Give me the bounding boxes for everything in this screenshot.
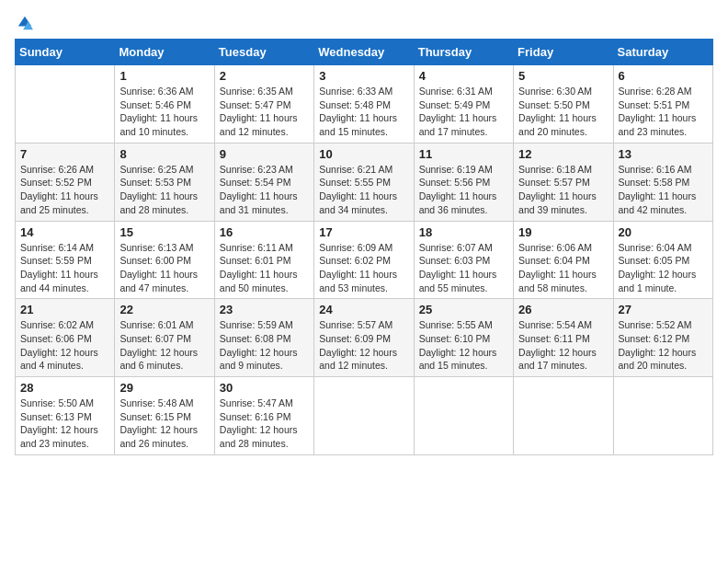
calendar-cell: 25Sunrise: 5:55 AM Sunset: 6:10 PM Dayli… <box>414 299 513 377</box>
calendar-cell: 3Sunrise: 6:33 AM Sunset: 5:48 PM Daylig… <box>314 65 414 144</box>
calendar-cell <box>514 377 613 455</box>
calendar-cell: 26Sunrise: 5:54 AM Sunset: 6:11 PM Dayli… <box>514 299 613 377</box>
calendar-header-wednesday: Wednesday <box>314 40 414 65</box>
day-number: 16 <box>220 225 309 239</box>
calendar-cell: 12Sunrise: 6:18 AM Sunset: 5:57 PM Dayli… <box>514 143 613 221</box>
calendar-cell: 16Sunrise: 6:11 AM Sunset: 6:01 PM Dayli… <box>214 221 313 299</box>
calendar-week-row: 21Sunrise: 6:02 AM Sunset: 6:06 PM Dayli… <box>16 299 713 377</box>
calendar-cell: 14Sunrise: 6:14 AM Sunset: 5:59 PM Dayli… <box>16 221 115 299</box>
day-info: Sunrise: 6:13 AM Sunset: 6:00 PM Dayligh… <box>119 241 209 295</box>
calendar-cell <box>314 377 414 455</box>
calendar-cell: 18Sunrise: 6:07 AM Sunset: 6:03 PM Dayli… <box>414 221 513 299</box>
day-number: 6 <box>619 69 708 83</box>
day-number: 27 <box>619 303 708 316</box>
day-number: 21 <box>20 303 109 316</box>
calendar-cell: 11Sunrise: 6:19 AM Sunset: 5:56 PM Dayli… <box>414 143 513 221</box>
day-info: Sunrise: 6:02 AM Sunset: 6:06 PM Dayligh… <box>20 318 109 373</box>
day-info: Sunrise: 5:47 AM Sunset: 6:16 PM Dayligh… <box>220 396 309 451</box>
day-number: 7 <box>20 147 109 161</box>
day-info: Sunrise: 5:52 AM Sunset: 6:12 PM Dayligh… <box>619 318 708 373</box>
calendar-cell: 13Sunrise: 6:16 AM Sunset: 5:58 PM Dayli… <box>613 143 712 221</box>
day-info: Sunrise: 6:25 AM Sunset: 5:53 PM Dayligh… <box>119 163 209 217</box>
day-info: Sunrise: 6:18 AM Sunset: 5:57 PM Dayligh… <box>518 163 608 217</box>
day-number: 25 <box>419 303 508 316</box>
day-info: Sunrise: 6:33 AM Sunset: 5:48 PM Dayligh… <box>319 85 408 139</box>
day-number: 26 <box>518 303 608 316</box>
calendar-cell: 9Sunrise: 6:23 AM Sunset: 5:54 PM Daylig… <box>214 143 313 221</box>
calendar-cell: 24Sunrise: 5:57 AM Sunset: 6:09 PM Dayli… <box>314 299 414 377</box>
day-info: Sunrise: 6:19 AM Sunset: 5:56 PM Dayligh… <box>419 163 508 217</box>
day-number: 1 <box>119 69 209 83</box>
day-number: 10 <box>319 147 408 161</box>
day-number: 22 <box>119 303 209 316</box>
calendar-cell: 27Sunrise: 5:52 AM Sunset: 6:12 PM Dayli… <box>613 299 712 377</box>
day-info: Sunrise: 5:54 AM Sunset: 6:11 PM Dayligh… <box>518 318 608 373</box>
day-info: Sunrise: 6:35 AM Sunset: 5:47 PM Dayligh… <box>220 85 309 139</box>
calendar-header-friday: Friday <box>514 40 613 65</box>
day-number: 17 <box>319 225 408 239</box>
day-info: Sunrise: 6:11 AM Sunset: 6:01 PM Dayligh… <box>220 241 309 295</box>
calendar-cell <box>16 65 115 144</box>
day-info: Sunrise: 6:23 AM Sunset: 5:54 PM Dayligh… <box>220 163 309 217</box>
calendar-header-monday: Monday <box>115 40 214 65</box>
day-info: Sunrise: 6:07 AM Sunset: 6:03 PM Dayligh… <box>419 241 508 295</box>
calendar-header-saturday: Saturday <box>613 40 712 65</box>
calendar-cell: 5Sunrise: 6:30 AM Sunset: 5:50 PM Daylig… <box>514 65 613 144</box>
day-info: Sunrise: 5:48 AM Sunset: 6:15 PM Dayligh… <box>119 396 209 451</box>
calendar-cell: 4Sunrise: 6:31 AM Sunset: 5:49 PM Daylig… <box>414 65 513 144</box>
calendar-week-row: 7Sunrise: 6:26 AM Sunset: 5:52 PM Daylig… <box>16 143 713 221</box>
day-number: 2 <box>220 69 309 83</box>
calendar-cell: 15Sunrise: 6:13 AM Sunset: 6:00 PM Dayli… <box>115 221 214 299</box>
day-number: 28 <box>20 381 109 395</box>
calendar-week-row: 14Sunrise: 6:14 AM Sunset: 5:59 PM Dayli… <box>16 221 713 299</box>
day-number: 5 <box>518 69 608 83</box>
page-header <box>15 15 713 31</box>
calendar-cell: 10Sunrise: 6:21 AM Sunset: 5:55 PM Dayli… <box>314 143 414 221</box>
calendar-week-row: 1Sunrise: 6:36 AM Sunset: 5:46 PM Daylig… <box>16 65 713 144</box>
logo <box>15 15 35 31</box>
calendar-cell: 20Sunrise: 6:04 AM Sunset: 6:05 PM Dayli… <box>613 221 712 299</box>
day-number: 24 <box>319 303 408 316</box>
day-info: Sunrise: 6:21 AM Sunset: 5:55 PM Dayligh… <box>319 163 408 217</box>
day-info: Sunrise: 5:57 AM Sunset: 6:09 PM Dayligh… <box>319 318 408 373</box>
day-info: Sunrise: 5:55 AM Sunset: 6:10 PM Dayligh… <box>419 318 508 373</box>
calendar-cell: 8Sunrise: 6:25 AM Sunset: 5:53 PM Daylig… <box>115 143 214 221</box>
day-info: Sunrise: 6:06 AM Sunset: 6:04 PM Dayligh… <box>518 241 608 295</box>
day-number: 3 <box>319 69 408 83</box>
calendar-table: SundayMondayTuesdayWednesdayThursdayFrid… <box>15 39 713 455</box>
day-number: 20 <box>619 225 708 239</box>
calendar-cell: 2Sunrise: 6:35 AM Sunset: 5:47 PM Daylig… <box>214 65 313 144</box>
day-info: Sunrise: 6:14 AM Sunset: 5:59 PM Dayligh… <box>20 241 109 295</box>
day-info: Sunrise: 6:26 AM Sunset: 5:52 PM Dayligh… <box>20 163 109 217</box>
calendar-cell: 1Sunrise: 6:36 AM Sunset: 5:46 PM Daylig… <box>115 65 214 144</box>
calendar-cell: 6Sunrise: 6:28 AM Sunset: 5:51 PM Daylig… <box>613 65 712 144</box>
day-number: 9 <box>220 147 309 161</box>
day-info: Sunrise: 6:09 AM Sunset: 6:02 PM Dayligh… <box>319 241 408 295</box>
calendar-cell: 19Sunrise: 6:06 AM Sunset: 6:04 PM Dayli… <box>514 221 613 299</box>
calendar-header-sunday: Sunday <box>16 40 115 65</box>
day-number: 15 <box>119 225 209 239</box>
day-number: 4 <box>419 69 508 83</box>
day-number: 29 <box>119 381 209 395</box>
calendar-cell: 23Sunrise: 5:59 AM Sunset: 6:08 PM Dayli… <box>214 299 313 377</box>
day-number: 12 <box>518 147 608 161</box>
day-number: 8 <box>119 147 209 161</box>
calendar-cell <box>613 377 712 455</box>
day-info: Sunrise: 6:04 AM Sunset: 6:05 PM Dayligh… <box>619 241 708 295</box>
calendar-week-row: 28Sunrise: 5:50 AM Sunset: 6:13 PM Dayli… <box>16 377 713 455</box>
calendar-cell: 21Sunrise: 6:02 AM Sunset: 6:06 PM Dayli… <box>16 299 115 377</box>
day-info: Sunrise: 6:16 AM Sunset: 5:58 PM Dayligh… <box>619 163 708 217</box>
day-info: Sunrise: 5:50 AM Sunset: 6:13 PM Dayligh… <box>20 396 109 451</box>
day-info: Sunrise: 6:30 AM Sunset: 5:50 PM Dayligh… <box>518 85 608 139</box>
day-number: 11 <box>419 147 508 161</box>
day-number: 13 <box>619 147 708 161</box>
calendar-header-tuesday: Tuesday <box>214 40 313 65</box>
day-info: Sunrise: 6:28 AM Sunset: 5:51 PM Dayligh… <box>619 85 708 139</box>
logo-icon <box>17 15 33 31</box>
calendar-cell: 17Sunrise: 6:09 AM Sunset: 6:02 PM Dayli… <box>314 221 414 299</box>
day-info: Sunrise: 6:31 AM Sunset: 5:49 PM Dayligh… <box>419 85 508 139</box>
calendar-cell: 30Sunrise: 5:47 AM Sunset: 6:16 PM Dayli… <box>214 377 313 455</box>
calendar-cell <box>414 377 513 455</box>
day-number: 14 <box>20 225 109 239</box>
calendar-cell: 28Sunrise: 5:50 AM Sunset: 6:13 PM Dayli… <box>16 377 115 455</box>
